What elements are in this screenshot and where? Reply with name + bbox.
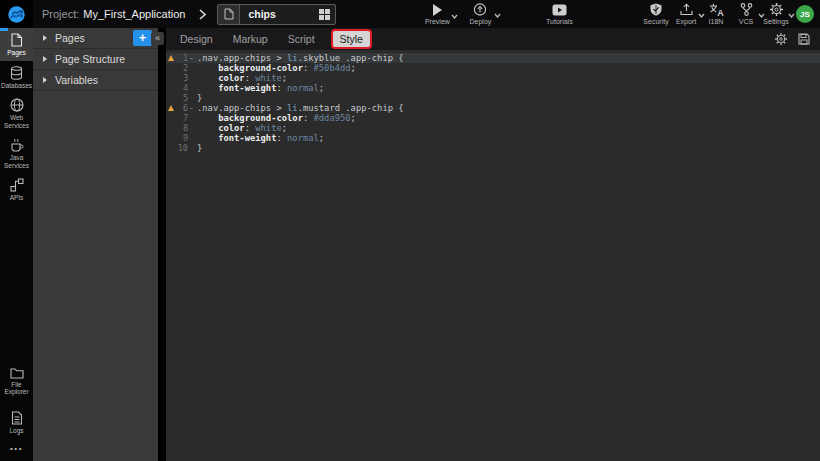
security-button[interactable]: Security [641, 3, 671, 25]
sidebar-more-button[interactable]: ••• [0, 438, 33, 461]
code-text: } [197, 93, 202, 103]
fold-marker[interactable]: - [188, 53, 195, 63]
tab-design[interactable]: Design [178, 31, 215, 47]
code-line[interactable]: 3 color: white; [166, 73, 820, 83]
preview-button[interactable]: Preview [420, 4, 454, 25]
sidebar-label: APIs [10, 194, 24, 202]
panel-section-page-structure[interactable]: Page Structure [33, 49, 158, 70]
code-text: .nav.app-chips > li.mustard .app-chip { [197, 103, 404, 113]
preview-chevron-icon[interactable] [451, 14, 458, 19]
save-floppy-icon [798, 33, 810, 45]
code-text: font-weight: normal; [197, 83, 324, 93]
code-text: color: white; [197, 73, 287, 83]
panel-section-pages[interactable]: Pages + [33, 28, 158, 49]
panel-splitter[interactable]: « [158, 28, 166, 461]
code-line[interactable]: 1-.nav.app-chips > li.skyblue .app-chip … [166, 53, 820, 63]
user-avatar[interactable]: JS [796, 5, 814, 23]
logs-icon [11, 411, 23, 425]
i18n-label: I18N [709, 18, 724, 25]
deploy-chevron-icon[interactable] [494, 13, 501, 18]
editor-settings-button[interactable] [775, 33, 787, 45]
line-number: 6 [176, 103, 188, 113]
play-icon [432, 4, 443, 16]
vcs-button[interactable]: VCS [731, 3, 761, 25]
code-text: font-weight: normal; [197, 133, 324, 143]
settings-chevron-icon[interactable] [788, 13, 795, 18]
tab-script[interactable]: Script [286, 31, 317, 47]
sidebar-label: Web Services [1, 114, 33, 129]
project-name: My_First_Application [83, 8, 185, 20]
warning-icon [166, 55, 176, 61]
page-file-icon [218, 5, 240, 24]
expand-triangle-icon [43, 77, 47, 83]
export-icon [680, 3, 693, 16]
sidebar-label: Databases [1, 82, 32, 90]
export-button[interactable]: Export [671, 3, 701, 25]
code-line[interactable]: 10} [166, 143, 820, 153]
video-icon [552, 4, 567, 16]
code-line[interactable]: 6-.nav.app-chips > li.mustard .app-chip … [166, 103, 820, 113]
tutorials-button[interactable]: Tutorials [539, 4, 579, 25]
code-line[interactable]: 9 font-weight: normal; [166, 133, 820, 143]
sidebar-item-pages[interactable]: Pages [0, 28, 33, 61]
sidebar-item-web-services[interactable]: Web Services [0, 93, 33, 133]
panel-section-label: Variables [55, 74, 98, 86]
vcs-label: VCS [739, 18, 753, 25]
style-code-editor[interactable]: 1-.nav.app-chips > li.skyblue .app-chip … [166, 50, 820, 461]
tab-style[interactable]: Style [333, 31, 370, 47]
tutorials-label: Tutorials [546, 18, 573, 25]
page-tab-chips[interactable]: chips [217, 4, 336, 25]
deploy-button[interactable]: Deploy [463, 3, 497, 25]
code-text: background-color: #dda950; [197, 113, 356, 123]
line-number: 3 [176, 73, 188, 83]
code-line[interactable]: 8 color: white; [166, 123, 820, 133]
preview-label: Preview [425, 18, 450, 25]
code-line[interactable]: 7 background-color: #dda950; [166, 113, 820, 123]
sidebar-item-java-services[interactable]: Java Services [0, 133, 33, 173]
editor-header-actions [775, 33, 810, 45]
database-icon [10, 66, 23, 80]
line-number: 4 [176, 83, 188, 93]
deploy-label: Deploy [469, 18, 491, 25]
deploy-upload-icon [473, 3, 487, 16]
code-text: } [197, 143, 202, 153]
project-label: Project: [42, 8, 79, 20]
code-line[interactable]: 5} [166, 93, 820, 103]
warning-icon [166, 105, 176, 111]
page-switcher-grid-icon[interactable] [319, 9, 330, 20]
sidebar-label: File Explorer [1, 381, 33, 396]
settings-label: Settings [763, 18, 788, 25]
svg-text:A: A [717, 8, 724, 17]
gear-icon [770, 3, 783, 16]
add-page-button[interactable]: + [133, 30, 152, 46]
line-number: 10 [176, 143, 188, 153]
coffee-cup-icon [10, 138, 24, 152]
project-breadcrumb: Project: My_First_Application [42, 8, 185, 20]
save-button[interactable] [798, 33, 810, 45]
sidebar-item-databases[interactable]: Databases [0, 61, 33, 94]
settings-button[interactable]: Settings [761, 3, 791, 25]
line-number: 2 [176, 63, 188, 73]
top-bar: Project: My_First_Application chips Prev… [0, 0, 820, 28]
fold-marker[interactable]: - [188, 103, 195, 113]
api-connector-icon [10, 178, 24, 192]
folder-icon [10, 367, 24, 379]
branch-icon [740, 3, 753, 16]
tab-markup[interactable]: Markup [231, 31, 270, 47]
panel-empty-area [33, 91, 158, 461]
line-number: 1 [176, 53, 188, 63]
code-lines: 1-.nav.app-chips > li.skyblue .app-chip … [166, 53, 820, 153]
line-number: 8 [176, 123, 188, 133]
collapse-panel-button[interactable]: « [151, 32, 164, 45]
app-logo[interactable] [0, 0, 33, 28]
panel-section-variables[interactable]: Variables [33, 70, 158, 91]
translate-icon: A [709, 3, 724, 16]
left-sidebar: Pages Databases Web Services [0, 28, 33, 461]
i18n-button[interactable]: A I18N [701, 3, 731, 25]
main-area: Pages Databases Web Services [0, 28, 820, 461]
code-line[interactable]: 4 font-weight: normal; [166, 83, 820, 93]
sidebar-item-file-explorer[interactable]: File Explorer [0, 362, 33, 400]
sidebar-item-apis[interactable]: APIs [0, 173, 33, 206]
sidebar-item-logs[interactable]: Logs [0, 406, 33, 439]
code-line[interactable]: 2 background-color: #50b4dd; [166, 63, 820, 73]
